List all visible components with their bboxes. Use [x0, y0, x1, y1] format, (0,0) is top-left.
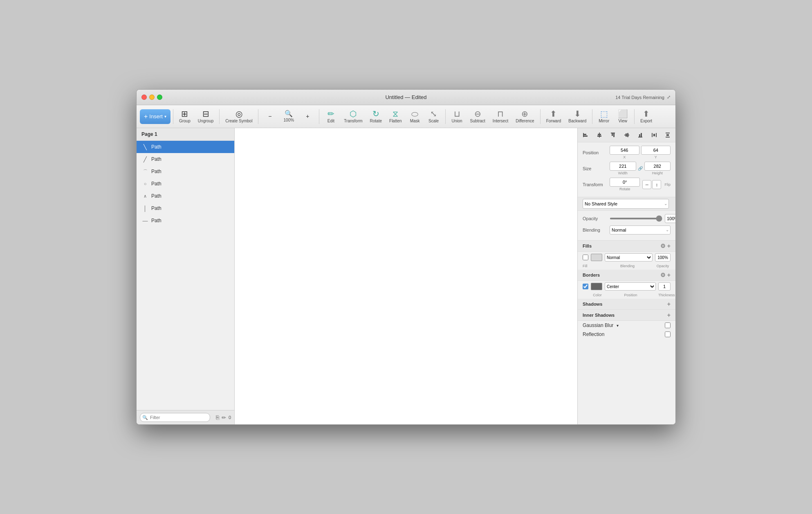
- copy-icon[interactable]: ⎘: [216, 414, 219, 421]
- sidebar-item-path2[interactable]: ╱ Path: [137, 153, 234, 165]
- path5-icon: ∧: [141, 194, 149, 199]
- zoom-search-icon: 🔍: [285, 110, 293, 117]
- border-position-select[interactable]: Inside Center Outside: [605, 282, 656, 291]
- path6-label: Path: [151, 205, 162, 211]
- svg-rect-1: [584, 134, 586, 135]
- position-fields: X Y: [610, 146, 671, 159]
- flip-v-button[interactable]: ↕: [652, 180, 661, 189]
- sidebar-item-path1[interactable]: ╲ Path: [137, 141, 234, 153]
- blending-select[interactable]: Normal Darken Multiply Lighten Screen Ov…: [610, 225, 671, 234]
- distribute-h-button[interactable]: [650, 131, 659, 140]
- distribute-v-button[interactable]: [663, 131, 672, 140]
- minimize-button[interactable]: [149, 95, 155, 100]
- align-left-button[interactable]: [581, 131, 590, 140]
- insert-button[interactable]: + Insert ▾: [140, 109, 170, 124]
- zoom-in-button[interactable]: +: [298, 107, 316, 126]
- view-button[interactable]: ⬜ View: [614, 107, 632, 126]
- align-center-v-button[interactable]: [622, 131, 631, 140]
- border-color-swatch[interactable]: [591, 283, 602, 290]
- x-input[interactable]: [610, 146, 639, 155]
- rotate-label: Rotate: [619, 187, 630, 191]
- backward-button[interactable]: ⬇ Backward: [565, 107, 590, 126]
- intersect-button[interactable]: ⊓ Intersect: [489, 107, 511, 126]
- toolbar-separator-7: [592, 109, 592, 124]
- zoom-label: 100%: [284, 118, 294, 122]
- fill-checkbox[interactable]: [583, 255, 588, 260]
- mirror-button[interactable]: ⬚ Mirror: [595, 107, 613, 126]
- fills-settings-icon[interactable]: ⚙: [660, 243, 666, 249]
- reflection-label: Reflection: [583, 331, 604, 337]
- sidebar-item-path6[interactable]: │ Path: [137, 202, 234, 214]
- y-input[interactable]: [641, 146, 671, 155]
- gaussian-blur-row: Gaussian Blur ▾: [578, 321, 675, 330]
- fills-add-icon[interactable]: +: [667, 243, 671, 249]
- shadows-add-icon[interactable]: +: [667, 301, 671, 307]
- align-top-button[interactable]: [608, 131, 617, 140]
- svg-rect-17: [653, 134, 655, 136]
- reflection-checkbox[interactable]: [665, 331, 671, 337]
- rotate-input[interactable]: [610, 178, 640, 187]
- path7-icon: —: [141, 218, 149, 224]
- fill-opacity-input[interactable]: [655, 253, 671, 262]
- opacity-label: Opacity: [583, 216, 607, 221]
- scale-button[interactable]: ⤡ Scale: [425, 107, 443, 126]
- group-icon: ⊞: [181, 110, 188, 118]
- border-color-label: Color: [592, 293, 603, 297]
- difference-button[interactable]: ⊕ Difference: [512, 107, 537, 126]
- align-center-h-button[interactable]: [595, 131, 604, 140]
- forward-button[interactable]: ⬆ Forward: [543, 107, 565, 126]
- intersect-label: Intersect: [493, 119, 508, 123]
- shared-style-select[interactable]: No Shared Style: [583, 199, 669, 209]
- border-checkbox[interactable]: [583, 284, 588, 289]
- create-symbol-button[interactable]: ◎ Create Symbol: [222, 107, 256, 126]
- gaussian-blur-label: Gaussian Blur ▾: [583, 322, 619, 328]
- size-link-icon[interactable]: 🔗: [638, 166, 643, 171]
- flip-h-button[interactable]: ↔: [642, 180, 651, 189]
- mask-button[interactable]: ⬭ Mask: [406, 107, 424, 126]
- fill-blending-select[interactable]: Normal: [605, 253, 653, 262]
- edit-button[interactable]: ✏ Edit: [322, 107, 340, 126]
- fill-color-swatch[interactable]: [591, 254, 602, 261]
- transform-button[interactable]: ⬡ Transform: [341, 107, 366, 126]
- size-fields: Width 🔗 Height: [610, 162, 671, 175]
- align-bottom-button[interactable]: [636, 131, 645, 140]
- position-row: Position X Y: [583, 146, 671, 159]
- close-button[interactable]: [141, 95, 147, 100]
- subtract-button[interactable]: ⊖ Subtract: [467, 107, 489, 126]
- borders-header: Borders ⚙ +: [578, 270, 675, 281]
- borders-settings-icon[interactable]: ⚙: [660, 272, 666, 278]
- export-button[interactable]: ⬆ Export: [637, 107, 655, 126]
- flatten-button[interactable]: ⧖ Flatten: [386, 107, 405, 126]
- zoom-out-button[interactable]: −: [261, 107, 279, 126]
- sidebar-item-path5[interactable]: ∧ Path: [137, 190, 234, 202]
- zoom-in-icon: +: [306, 113, 309, 119]
- gaussian-blur-checkbox[interactable]: [665, 322, 671, 328]
- sidebar-item-path3[interactable]: ⌒ Path: [137, 165, 234, 178]
- border-thickness-input[interactable]: [658, 282, 671, 291]
- inspector: Position X Y Size: [577, 128, 675, 424]
- svg-rect-4: [598, 134, 601, 135]
- borders-add-icon[interactable]: +: [667, 272, 671, 278]
- gaussian-blur-text: Gaussian Blur: [583, 322, 613, 328]
- fullscreen-icon[interactable]: ⤢: [667, 95, 671, 100]
- forward-icon: ⬆: [550, 110, 557, 118]
- canvas[interactable]: [235, 128, 577, 424]
- maximize-button[interactable]: [157, 95, 162, 100]
- zoom-indicator[interactable]: 🔍 100%: [280, 107, 298, 126]
- rotate-button[interactable]: ↻ Rotate: [367, 107, 385, 126]
- inner-shadows-add-icon[interactable]: +: [667, 312, 671, 318]
- sidebar-item-path4[interactable]: ○ Path: [137, 178, 234, 190]
- edit-layers-icon[interactable]: ✏: [222, 415, 226, 421]
- height-input[interactable]: [644, 162, 671, 171]
- group-button[interactable]: ⊞ Group: [176, 107, 194, 126]
- gaussian-blur-dropdown-icon[interactable]: ▾: [617, 323, 619, 328]
- opacity-slider[interactable]: [610, 218, 662, 219]
- sidebar-item-path7[interactable]: — Path: [137, 214, 234, 227]
- border-pos-wrap: Inside Center Outside: [605, 282, 656, 291]
- union-button[interactable]: ⊔ Union: [448, 107, 466, 126]
- ungroup-button[interactable]: ⊟ Ungroup: [195, 107, 217, 126]
- width-input[interactable]: [610, 162, 636, 171]
- filter-input[interactable]: [140, 413, 210, 422]
- opacity-input[interactable]: [665, 214, 675, 223]
- insert-label: Insert: [149, 113, 163, 119]
